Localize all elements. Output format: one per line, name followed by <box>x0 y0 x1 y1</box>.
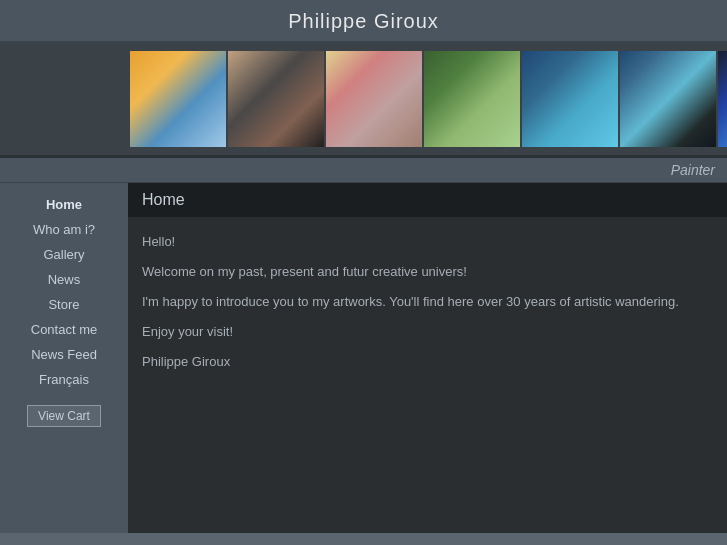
banner-image-5 <box>522 51 618 147</box>
banner-image-6 <box>620 51 716 147</box>
nav-item-home[interactable]: Home <box>0 193 128 216</box>
content-line-3: I'm happy to introduce you to my artwork… <box>142 291 713 313</box>
view-cart-button[interactable]: View Cart <box>27 405 101 427</box>
banner-image-2 <box>228 51 324 147</box>
nav-item-store[interactable]: Store <box>0 293 128 316</box>
content-line-1: Hello! <box>142 231 713 253</box>
banner-image-1 <box>130 51 226 147</box>
nav-item-news[interactable]: News <box>0 268 128 291</box>
nav-item-who[interactable]: Who am i? <box>0 218 128 241</box>
content-title: Home <box>142 191 713 209</box>
banner-image-7 <box>718 51 727 147</box>
painter-label: Painter <box>0 158 727 183</box>
content-line-4: Enjoy your visit! <box>142 321 713 343</box>
banner-image-4 <box>424 51 520 147</box>
nav-item-newsfeed[interactable]: News Feed <box>0 343 128 366</box>
content-body: Hello! Welcome on my past, present and f… <box>128 217 727 395</box>
content-area: Home Hello! Welcome on my past, present … <box>128 183 727 533</box>
nav-item-gallery[interactable]: Gallery <box>0 243 128 266</box>
nav-item-francais[interactable]: Français <box>0 368 128 391</box>
nav-item-contact[interactable]: Contact me <box>0 318 128 341</box>
content-header: Home <box>128 183 727 217</box>
content-line-2: Welcome on my past, present and futur cr… <box>142 261 713 283</box>
content-line-5: Philippe Giroux <box>142 351 713 373</box>
page-header: Philippe Giroux <box>0 0 727 43</box>
banner-image-3 <box>326 51 422 147</box>
sidebar: Home Who am i? Gallery News Store Contac… <box>0 183 128 533</box>
main-layout: Home Who am i? Gallery News Store Contac… <box>0 183 727 533</box>
banner-strip <box>0 43 727 158</box>
site-title: Philippe Giroux <box>0 10 727 33</box>
